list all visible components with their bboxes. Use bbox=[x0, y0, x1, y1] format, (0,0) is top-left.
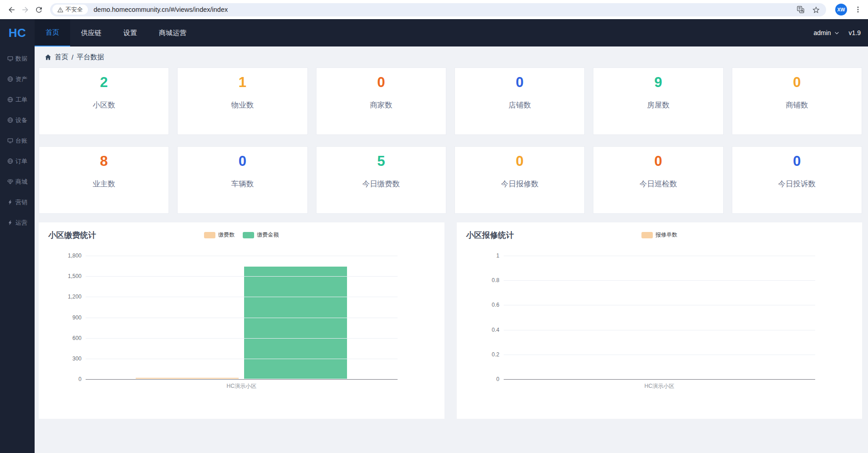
breadcrumb: 首页 / 平台数据 bbox=[35, 46, 868, 67]
translate-icon[interactable] bbox=[796, 5, 805, 14]
stat-value: 9 bbox=[654, 75, 662, 90]
stat-card: 5今日缴费数 bbox=[316, 146, 446, 214]
legend-label: 报修单数 bbox=[655, 231, 677, 239]
chart-title: 小区缴费统计 bbox=[48, 230, 96, 241]
gridline bbox=[86, 318, 398, 318]
browser-profile-avatar[interactable]: XW bbox=[835, 4, 847, 15]
browser-toolbar: 不安全 demo.homecommunity.cn/#/views/index/… bbox=[0, 0, 868, 19]
chart-plot: HC演示小区 10.80.60.40.20 bbox=[504, 256, 816, 379]
chart-title: 小区报修统计 bbox=[466, 230, 514, 241]
chevron-down-icon bbox=[834, 30, 840, 36]
bar-缴费金额[interactable] bbox=[244, 267, 347, 379]
stat-label: 今日报修数 bbox=[501, 179, 539, 189]
chart-plot: HC演示小区 1,8001,5001,2009006003000 bbox=[86, 256, 398, 379]
sidebar-item-label: 商城 bbox=[15, 178, 27, 186]
breadcrumb-home[interactable]: 首页 bbox=[55, 53, 68, 62]
stat-label: 今日巡检数 bbox=[639, 179, 677, 189]
address-bar[interactable]: 不安全 demo.homecommunity.cn/#/views/index/… bbox=[50, 3, 826, 16]
app-version: v1.9 bbox=[849, 29, 861, 36]
stat-card: 0商家数 bbox=[316, 67, 446, 135]
chart-panel: 小区缴费统计 缴费数缴费金额 HC演示小区 1,8001,5001,200900… bbox=[39, 222, 444, 419]
stat-value: 0 bbox=[239, 154, 246, 169]
legend-item[interactable]: 缴费金额 bbox=[243, 231, 279, 239]
y-tick-label: 900 bbox=[72, 314, 82, 321]
stat-value: 8 bbox=[100, 154, 108, 169]
user-name: admin bbox=[813, 29, 831, 36]
nav-tabs: 首页供应链设置商城运营 bbox=[35, 19, 197, 46]
legend-item[interactable]: 缴费数 bbox=[204, 231, 235, 239]
main-content: 首页 / 平台数据 2小区数1物业数0商家数0店铺数9房屋数0商铺数8业主数0车… bbox=[35, 46, 868, 453]
stat-value: 0 bbox=[516, 75, 524, 90]
legend-label: 缴费数 bbox=[218, 231, 235, 239]
legend-swatch bbox=[204, 232, 215, 238]
globe-icon bbox=[7, 117, 13, 123]
gridline bbox=[504, 330, 816, 330]
gridline bbox=[86, 359, 398, 359]
stat-card: 0车辆数 bbox=[177, 146, 307, 214]
security-chip[interactable]: 不安全 bbox=[52, 5, 88, 15]
sidebar-item-mall[interactable]: 商城 bbox=[0, 171, 35, 192]
y-tick-label: 1,500 bbox=[68, 273, 82, 279]
stat-label: 物业数 bbox=[231, 100, 254, 110]
gridline bbox=[504, 280, 816, 281]
reload-icon[interactable] bbox=[34, 5, 44, 15]
monitor-icon bbox=[7, 56, 13, 62]
url-text[interactable]: demo.homecommunity.cn/#/views/index/inde… bbox=[94, 6, 790, 13]
stat-card: 0今日投诉数 bbox=[732, 146, 862, 214]
gridline bbox=[504, 379, 816, 380]
gridline bbox=[86, 256, 398, 256]
stat-label: 商铺数 bbox=[786, 100, 808, 110]
user-menu[interactable]: admin bbox=[813, 29, 839, 36]
bolt-icon bbox=[7, 220, 13, 226]
stat-value: 1 bbox=[239, 75, 246, 90]
stat-value: 0 bbox=[377, 75, 385, 90]
gridline bbox=[86, 297, 398, 297]
legend-item[interactable]: 报修单数 bbox=[641, 231, 677, 239]
app-logo[interactable]: HC bbox=[0, 19, 35, 46]
bar-缴费数[interactable] bbox=[136, 378, 239, 379]
legend-swatch bbox=[641, 232, 653, 238]
sidebar-item-work-orders[interactable]: 工单 bbox=[0, 89, 35, 110]
stats-grid: 2小区数1物业数0商家数0店铺数9房屋数0商铺数8业主数0车辆数5今日缴费数0今… bbox=[35, 67, 868, 214]
nav-tab-home[interactable]: 首页 bbox=[35, 19, 70, 46]
stat-card: 8业主数 bbox=[39, 146, 169, 214]
chart-x-category: HC演示小区 bbox=[504, 382, 816, 390]
legend-label: 缴费金额 bbox=[257, 231, 279, 239]
app-header: HC 首页供应链设置商城运营 admin v1.9 bbox=[0, 19, 868, 46]
sidebar-item-operations[interactable]: 运营 bbox=[0, 212, 35, 233]
sidebar-item-label: 工单 bbox=[15, 96, 27, 104]
forward-icon[interactable] bbox=[20, 5, 30, 15]
breadcrumb-separator: / bbox=[71, 53, 73, 61]
globe-icon bbox=[7, 97, 13, 103]
nav-tab-settings[interactable]: 设置 bbox=[112, 19, 148, 46]
back-icon[interactable] bbox=[6, 5, 16, 15]
nav-tab-supply-chain[interactable]: 供应链 bbox=[70, 19, 112, 46]
sidebar-item-data[interactable]: 数据 bbox=[0, 48, 35, 69]
stat-label: 今日投诉数 bbox=[778, 179, 816, 189]
stat-value: 2 bbox=[100, 75, 108, 90]
sidebar-item-orders[interactable]: 订单 bbox=[0, 151, 35, 171]
y-tick-label: 0 bbox=[78, 376, 82, 382]
chart-legend: 缴费数缴费金额 bbox=[204, 231, 279, 239]
chart-legend: 报修单数 bbox=[641, 231, 677, 239]
y-tick-label: 300 bbox=[72, 355, 82, 362]
browser-menu-icon[interactable] bbox=[853, 5, 863, 15]
sidebar-item-marketing[interactable]: 营销 bbox=[0, 192, 35, 212]
y-tick-label: 1,200 bbox=[68, 293, 82, 300]
y-tick-label: 600 bbox=[72, 335, 82, 341]
bookmark-star-icon[interactable] bbox=[812, 5, 821, 14]
stat-card: 2小区数 bbox=[39, 67, 169, 135]
gridline bbox=[504, 256, 816, 256]
stat-card: 0店铺数 bbox=[454, 67, 585, 135]
sidebar-item-label: 台账 bbox=[15, 137, 27, 145]
nav-tab-mall-operations[interactable]: 商城运营 bbox=[148, 19, 197, 46]
breadcrumb-current: 平台数据 bbox=[77, 53, 104, 62]
legend-swatch bbox=[243, 232, 254, 238]
stat-value: 0 bbox=[793, 154, 801, 169]
stat-label: 今日缴费数 bbox=[363, 179, 400, 189]
stat-label: 商家数 bbox=[370, 100, 393, 110]
sidebar-item-devices[interactable]: 设备 bbox=[0, 110, 35, 130]
sidebar-item-ledger[interactable]: 台账 bbox=[0, 130, 35, 151]
sidebar-item-assets[interactable]: 资产 bbox=[0, 69, 35, 89]
sidebar-item-label: 设备 bbox=[15, 116, 27, 124]
